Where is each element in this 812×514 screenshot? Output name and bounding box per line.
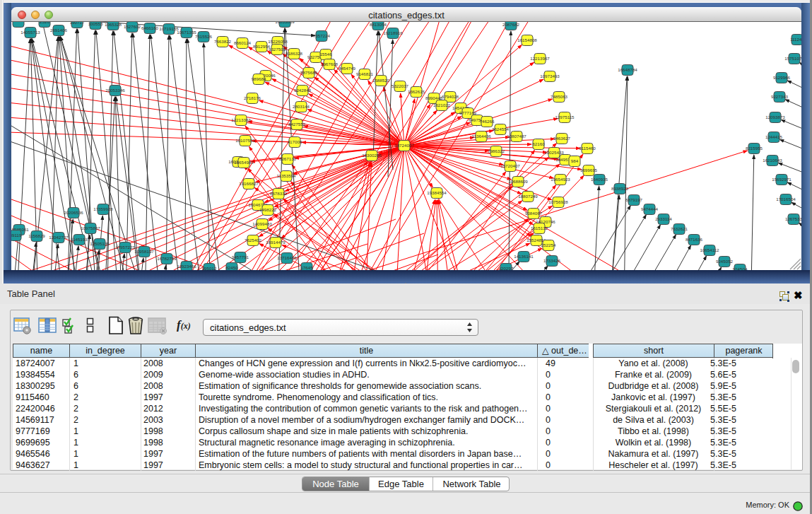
svg-text:8186328: 8186328 <box>286 51 303 56</box>
svg-text:9146821: 9146821 <box>356 71 374 76</box>
svg-text:12213363: 12213363 <box>231 117 251 122</box>
svg-text:9227343: 9227343 <box>771 94 789 99</box>
svg-text:1156829: 1156829 <box>28 233 45 238</box>
svg-text:6794028: 6794028 <box>442 94 459 99</box>
svg-text:1733426: 1733426 <box>543 258 561 263</box>
svg-text:8813054: 8813054 <box>370 22 387 27</box>
svg-text:190717: 190717 <box>70 22 85 25</box>
svg-text:15692971: 15692971 <box>772 177 792 182</box>
svg-text:18724007: 18724007 <box>394 143 414 148</box>
svg-text:17957223: 17957223 <box>115 245 135 250</box>
svg-text:17645: 17645 <box>300 265 313 270</box>
svg-text:120297: 120297 <box>499 266 514 270</box>
svg-text:2967608: 2967608 <box>321 62 339 66</box>
svg-text:15720407: 15720407 <box>500 163 520 168</box>
svg-text:9115460: 9115460 <box>579 146 596 151</box>
svg-text:1145193: 1145193 <box>71 237 88 242</box>
svg-text:14099483: 14099483 <box>252 221 272 226</box>
svg-text:15546: 15546 <box>319 52 332 57</box>
svg-text:16033809: 16033809 <box>275 22 295 24</box>
svg-text:82450: 82450 <box>225 265 238 270</box>
svg-text:9474444: 9474444 <box>641 206 659 211</box>
svg-text:14136141: 14136141 <box>514 254 534 259</box>
svg-text:10958197: 10958197 <box>134 249 154 254</box>
svg-text:2691406: 2691406 <box>50 28 68 33</box>
svg-text:21364436: 21364436 <box>471 134 491 139</box>
svg-text:10975867: 10975867 <box>81 226 100 230</box>
svg-text:8938923: 8938923 <box>611 186 629 191</box>
svg-text:18300295: 18300295 <box>362 153 382 158</box>
svg-text:1362615: 1362615 <box>408 89 425 94</box>
svg-text:1267533: 1267533 <box>785 216 801 221</box>
svg-text:10671355: 10671355 <box>177 30 196 35</box>
svg-text:7485063: 7485063 <box>551 94 568 99</box>
svg-text:2803144: 2803144 <box>293 104 310 109</box>
svg-text:8660124: 8660124 <box>234 40 252 45</box>
svg-text:10973493: 10973493 <box>540 74 560 78</box>
svg-text:15751074: 15751074 <box>784 56 801 61</box>
svg-text:12093873: 12093873 <box>765 115 785 119</box>
svg-text:1640935: 1640935 <box>591 177 608 182</box>
svg-text:2933114: 2933114 <box>655 216 672 221</box>
svg-text:100553: 100553 <box>88 22 103 26</box>
svg-text:7357224: 7357224 <box>313 33 331 38</box>
svg-text:39119: 39119 <box>11 233 22 238</box>
svg-text:12505135: 12505135 <box>90 241 110 246</box>
svg-text:16154808: 16154808 <box>517 37 537 42</box>
svg-text:10807487: 10807487 <box>507 134 526 139</box>
svg-text:19654923: 19654923 <box>551 177 570 182</box>
svg-text:13716485: 13716485 <box>277 255 297 260</box>
svg-text:8267130: 8267130 <box>279 156 297 161</box>
svg-text:8427552: 8427552 <box>288 122 306 127</box>
svg-text:984: 984 <box>571 158 579 163</box>
svg-text:1244415: 1244415 <box>765 134 783 139</box>
svg-text:10756928: 10756928 <box>548 199 568 204</box>
svg-text:9463627: 9463627 <box>553 136 571 141</box>
svg-text:111248: 111248 <box>790 37 801 42</box>
svg-text:16782759: 16782759 <box>157 256 177 261</box>
svg-text:924504: 924504 <box>733 267 748 270</box>
svg-text:8454749: 8454749 <box>339 66 356 71</box>
svg-text:16648784: 16648784 <box>618 67 637 72</box>
svg-text:20206536: 20206536 <box>64 210 83 215</box>
svg-text:995012: 995012 <box>202 266 217 270</box>
svg-text:8471636: 8471636 <box>686 237 703 242</box>
svg-text:9699695: 9699695 <box>580 168 598 173</box>
svg-text:7632621: 7632621 <box>671 226 688 231</box>
svg-text:7625402: 7625402 <box>245 238 262 243</box>
svg-text:7515526: 7515526 <box>195 34 213 39</box>
svg-text:18807249: 18807249 <box>518 194 538 199</box>
svg-text:1621022: 1621022 <box>433 103 451 107</box>
svg-text:8912954: 8912954 <box>253 44 271 49</box>
svg-text:19654983: 19654983 <box>234 160 254 165</box>
svg-text:1527602: 1527602 <box>124 24 141 29</box>
svg-text:8678332: 8678332 <box>270 191 288 196</box>
svg-text:2087682: 2087682 <box>502 22 520 27</box>
svg-text:989684: 989684 <box>252 76 266 81</box>
svg-text:9129966: 9129966 <box>773 75 791 80</box>
svg-text:5322037: 5322037 <box>392 83 409 88</box>
svg-text:17016504: 17016504 <box>776 197 796 201</box>
svg-text:1615132: 1615132 <box>531 226 548 230</box>
svg-text:17359928: 17359928 <box>93 206 113 211</box>
svg-text:8215955: 8215955 <box>746 146 763 151</box>
svg-text:10719155: 10719155 <box>159 26 179 31</box>
svg-text:11353594: 11353594 <box>276 173 296 178</box>
svg-text:16914479: 16914479 <box>266 240 286 245</box>
svg-text:9242848: 9242848 <box>294 88 312 93</box>
svg-text:417006: 417006 <box>288 139 302 144</box>
svg-text:10107553: 10107553 <box>235 138 255 143</box>
svg-text:9327505: 9327505 <box>269 47 286 52</box>
svg-text:1498222: 1498222 <box>259 207 277 212</box>
svg-text:14055713: 14055713 <box>20 30 40 35</box>
svg-text:7986322: 7986322 <box>488 148 505 153</box>
svg-text:15226058: 15226058 <box>268 39 288 44</box>
svg-text:2718176: 2718176 <box>244 95 261 100</box>
svg-text:6879197: 6879197 <box>625 197 643 202</box>
svg-text:12923466: 12923466 <box>177 264 196 269</box>
svg-text:6466160: 6466160 <box>141 25 159 30</box>
svg-text:19384554: 19384554 <box>427 190 447 195</box>
svg-text:10688609: 10688609 <box>508 179 528 184</box>
svg-text:252254: 252254 <box>541 243 556 247</box>
svg-text:746266: 746266 <box>480 119 495 124</box>
